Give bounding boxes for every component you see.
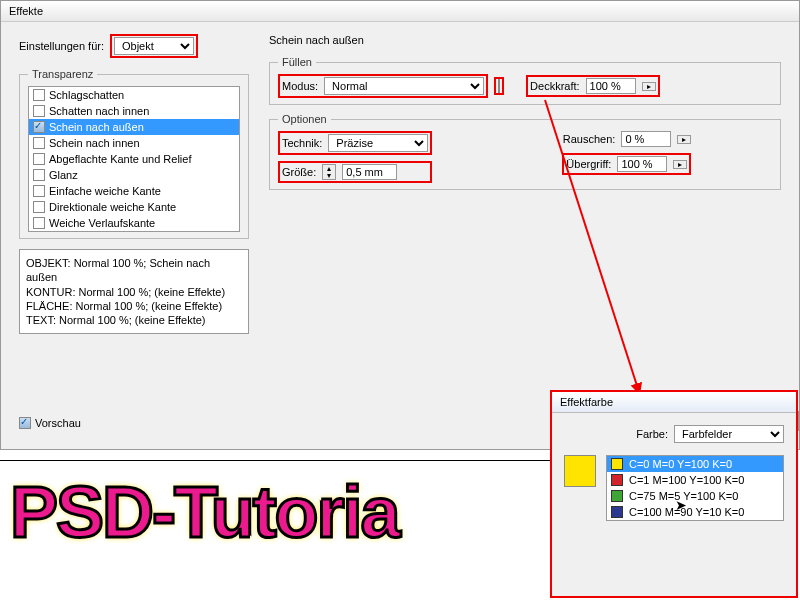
effect-item[interactable]: Abgeflachte Kante und Relief: [29, 151, 239, 167]
dialog-title: Effekte: [1, 1, 799, 22]
swatch-color: [611, 474, 623, 486]
swatch-color: [611, 458, 623, 470]
effect-label: Schatten nach innen: [49, 105, 149, 117]
swatch-color: [611, 490, 623, 502]
cursor-icon: ➤: [675, 497, 687, 513]
effects-summary: OBJEKT: Normal 100 %; Schein nach außen …: [19, 249, 249, 334]
effect-color-swatch[interactable]: [498, 79, 500, 93]
effects-list[interactable]: SchlagschattenSchatten nach innenSchein …: [28, 86, 240, 232]
effect-item[interactable]: Glanz: [29, 167, 239, 183]
swatch-list[interactable]: C=0 M=0 Y=100 K=0C=1 M=100 Y=100 K=0C=75…: [606, 455, 784, 521]
effect-label: Abgeflachte Kante und Relief: [49, 153, 192, 165]
effect-checkbox[interactable]: [33, 169, 45, 181]
size-label: Größe:: [282, 166, 316, 178]
preview-label: Vorschau: [35, 417, 81, 429]
fill-group: Füllen Modus: Normal Deckkraft: ▸: [269, 56, 781, 105]
color-label: Farbe:: [636, 428, 668, 440]
swatch-color: [611, 506, 623, 518]
swatch-row[interactable]: C=1 M=100 Y=100 K=0: [607, 472, 783, 488]
effect-item[interactable]: Schlagschatten: [29, 87, 239, 103]
document-canvas: PSD-Tutoria: [0, 460, 560, 600]
spread-input[interactable]: [617, 156, 667, 172]
swatch-row[interactable]: C=0 M=0 Y=100 K=0: [607, 456, 783, 472]
effect-item[interactable]: Schein nach innen: [29, 135, 239, 151]
sample-text: PSD-Tutoria: [10, 471, 399, 553]
transparency-legend: Transparenz: [28, 68, 97, 80]
effect-checkbox[interactable]: [33, 89, 45, 101]
effect-item[interactable]: Direktionale weiche Kante: [29, 199, 239, 215]
effect-checkbox[interactable]: [33, 185, 45, 197]
opacity-label: Deckkraft:: [530, 80, 580, 92]
spread-label: Übergriff:: [566, 158, 611, 170]
effect-item[interactable]: Schein nach außen: [29, 119, 239, 135]
opacity-spinner[interactable]: ▸: [642, 82, 656, 91]
settings-for-label: Einstellungen für:: [19, 40, 104, 52]
swatch-name: C=0 M=0 Y=100 K=0: [629, 458, 732, 470]
mode-select[interactable]: Normal: [324, 77, 484, 95]
transparency-group: Transparenz SchlagschattenSchatten nach …: [19, 68, 249, 239]
effect-checkbox[interactable]: [33, 137, 45, 149]
effect-label: Schlagschatten: [49, 89, 124, 101]
effect-label: Direktionale weiche Kante: [49, 201, 176, 213]
technique-select[interactable]: Präzise: [328, 134, 428, 152]
size-input[interactable]: [342, 164, 397, 180]
options-group: Optionen Technik: Präzise Größe: ▴▾: [269, 113, 781, 190]
effects-dialog: Effekte Einstellungen für: Objekt Transp…: [0, 0, 800, 450]
effect-label: Weiche Verlaufskante: [49, 217, 155, 229]
effect-checkbox[interactable]: [33, 217, 45, 229]
effect-item[interactable]: Einfache weiche Kante: [29, 183, 239, 199]
color-mode-select[interactable]: Farbfelder: [674, 425, 784, 443]
settings-for-select[interactable]: Objekt: [114, 37, 194, 55]
swatch-row[interactable]: C=75 M=5 Y=100 K=0: [607, 488, 783, 504]
swatch-name: C=1 M=100 Y=100 K=0: [629, 474, 744, 486]
opacity-input[interactable]: [586, 78, 636, 94]
effect-checkbox[interactable]: [33, 153, 45, 165]
effect-label: Glanz: [49, 169, 78, 181]
noise-label: Rauschen:: [563, 133, 616, 145]
mode-label: Modus:: [282, 80, 318, 92]
effect-checkbox[interactable]: [33, 105, 45, 117]
noise-input[interactable]: [621, 131, 671, 147]
effect-checkbox[interactable]: [33, 201, 45, 213]
effect-item[interactable]: Weiche Verlaufskante: [29, 215, 239, 231]
selected-color-preview: [564, 455, 596, 487]
panel-title: Schein nach außen: [269, 34, 781, 46]
preview-checkbox[interactable]: [19, 417, 31, 429]
technique-label: Technik:: [282, 137, 322, 149]
effect-label: Schein nach außen: [49, 121, 144, 133]
size-spinner[interactable]: ▴▾: [322, 164, 336, 180]
color-dialog-title: Effektfarbe: [552, 392, 796, 413]
effect-item[interactable]: Schatten nach innen: [29, 103, 239, 119]
effect-label: Einfache weiche Kante: [49, 185, 161, 197]
effect-checkbox[interactable]: [33, 121, 45, 133]
effect-label: Schein nach innen: [49, 137, 140, 149]
effect-color-dialog: Effektfarbe Farbe: Farbfelder C=0 M=0 Y=…: [550, 390, 798, 598]
swatch-row[interactable]: C=100 M=90 Y=10 K=0: [607, 504, 783, 520]
